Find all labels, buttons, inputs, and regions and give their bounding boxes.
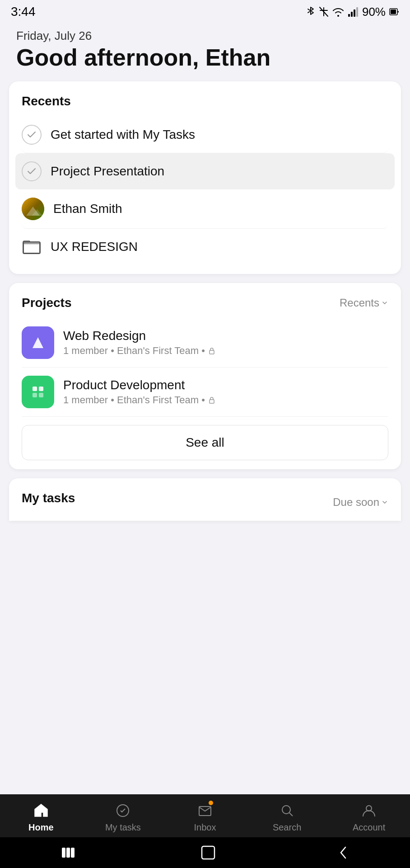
projects-title-row: Projects Recents: [22, 296, 388, 310]
project-item-1[interactable]: Product Development 1 member • Ethan's F…: [22, 368, 388, 417]
svg-point-19: [282, 806, 290, 814]
svg-rect-0: [348, 14, 350, 17]
my-tasks-filter-label: Due soon: [333, 496, 379, 509]
project-icon-product-dev: [22, 376, 54, 408]
svg-rect-1: [351, 12, 353, 17]
android-home-button[interactable]: [200, 844, 216, 861]
recent-label-0: Get started with My Tasks: [51, 127, 195, 142]
recent-label-3: UX REDESIGN: [51, 240, 138, 254]
svg-rect-13: [39, 387, 43, 391]
android-menu-button[interactable]: [60, 846, 80, 859]
mytasks-icon: [113, 801, 133, 821]
android-nav: [0, 837, 410, 868]
header-date: Friday, July 26: [16, 29, 394, 43]
check-icon-1: [22, 161, 42, 181]
my-tasks-title: My tasks: [22, 491, 75, 505]
nav-inbox-label: Inbox: [194, 822, 216, 833]
wifi-icon: [332, 7, 344, 17]
project-name-1: Product Development: [63, 378, 216, 392]
mute-icon: [319, 6, 329, 17]
svg-rect-5: [391, 9, 396, 14]
recents-card: Recents Get started with My Tasks Projec…: [9, 81, 401, 274]
folder-icon: [22, 237, 42, 257]
svg-rect-15: [39, 393, 43, 397]
svg-rect-25: [202, 846, 214, 859]
nav-search[interactable]: Search: [246, 801, 328, 833]
svg-rect-24: [71, 848, 75, 858]
projects-card: Projects Recents Web Redesign 1 member •…: [9, 283, 401, 469]
header-greeting: Good afternoon, Ethan: [16, 45, 394, 71]
search-icon: [277, 801, 297, 821]
nav-account-label: Account: [353, 822, 385, 833]
bottom-nav: Home My tasks Inbox Searc: [0, 794, 410, 837]
recent-label-2: Ethan Smith: [53, 202, 122, 216]
recent-label-1: Project Presentation: [51, 164, 164, 179]
projects-title: Projects: [22, 296, 72, 310]
svg-line-20: [289, 813, 293, 816]
android-back-button[interactable]: [336, 844, 350, 861]
recent-item-2[interactable]: Ethan Smith: [22, 189, 388, 229]
svg-rect-3: [356, 7, 358, 17]
signal-icon: [348, 7, 359, 17]
check-icon-0: [22, 125, 42, 145]
projects-filter[interactable]: Recents: [340, 297, 388, 309]
avatar-ethan: [22, 198, 44, 220]
recents-title: Recents: [22, 94, 388, 108]
header: Friday, July 26 Good afternoon, Ethan: [0, 22, 410, 81]
svg-rect-16: [210, 400, 214, 403]
nav-inbox[interactable]: Inbox: [164, 801, 246, 833]
svg-marker-10: [33, 337, 43, 348]
home-icon: [31, 801, 51, 821]
project-item-0[interactable]: Web Redesign 1 member • Ethan's First Te…: [22, 318, 388, 368]
nav-home[interactable]: Home: [0, 801, 82, 833]
status-time: 3:44: [11, 5, 36, 19]
project-meta-1: 1 member • Ethan's First Team •: [63, 394, 216, 406]
nav-account[interactable]: Account: [328, 801, 410, 833]
battery-icon: [389, 7, 399, 17]
status-bar: 3:44 90%: [0, 0, 410, 22]
svg-rect-12: [33, 387, 37, 391]
recent-item-3[interactable]: UX REDESIGN: [22, 229, 388, 265]
svg-rect-22: [62, 848, 65, 858]
battery-percentage: 90%: [362, 5, 386, 19]
inbox-notification-dot: [209, 801, 213, 805]
recent-item-1[interactable]: Project Presentation: [15, 153, 395, 189]
account-icon: [359, 801, 379, 821]
project-name-0: Web Redesign: [63, 329, 216, 343]
projects-filter-label: Recents: [340, 297, 379, 309]
svg-rect-2: [354, 9, 355, 17]
recent-item-0[interactable]: Get started with My Tasks: [22, 117, 388, 153]
inbox-icon: [195, 801, 215, 821]
nav-home-label: Home: [28, 822, 54, 833]
see-all-button[interactable]: See all: [22, 425, 388, 460]
svg-rect-23: [66, 848, 70, 858]
svg-rect-14: [33, 393, 37, 397]
see-all-label: See all: [186, 435, 224, 450]
status-icons: 90%: [306, 5, 399, 19]
bluetooth-icon: [306, 6, 315, 17]
my-tasks-preview[interactable]: My tasks Due soon: [9, 478, 401, 521]
nav-search-label: Search: [273, 822, 301, 833]
project-info-1: Product Development 1 member • Ethan's F…: [63, 378, 216, 406]
project-icon-web-redesign: [22, 326, 54, 359]
project-meta-0: 1 member • Ethan's First Team •: [63, 345, 216, 357]
project-info-0: Web Redesign 1 member • Ethan's First Te…: [63, 329, 216, 357]
nav-mytasks-label: My tasks: [105, 822, 141, 833]
svg-rect-11: [210, 350, 214, 354]
nav-mytasks[interactable]: My tasks: [82, 801, 164, 833]
my-tasks-filter[interactable]: Due soon: [333, 496, 388, 509]
